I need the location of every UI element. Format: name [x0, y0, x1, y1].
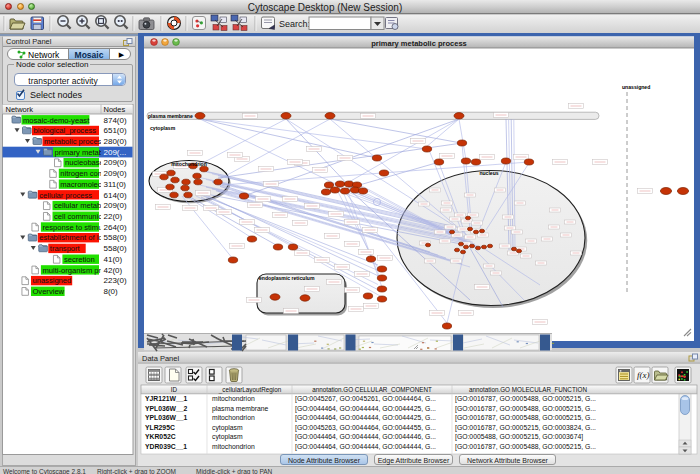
svg-text:nucleus: nucleus [479, 170, 498, 176]
svg-text:mitochondrion: mitochondrion [212, 414, 255, 421]
svg-text:[GO:0016787, GO:0005215, GO:00: [GO:0016787, GO:0005215, GO:0003824, G..… [455, 424, 596, 432]
svg-text:YDR039C__1: YDR039C__1 [145, 443, 187, 450]
svg-text:874(0): 874(0) [104, 116, 127, 125]
svg-text:response to stimul: response to stimul [42, 223, 104, 232]
svg-text:Overview: Overview [32, 287, 64, 296]
svg-text:cytoplasm: cytoplasm [212, 433, 243, 441]
svg-text:558(0): 558(0) [104, 244, 127, 253]
svg-text:plasma membrane: plasma membrane [212, 405, 269, 413]
svg-text:[GO:0016787, GO:0005488, GO:00: [GO:0016787, GO:0005488, GO:0005215, G..… [455, 443, 596, 451]
svg-text:41(0): 41(0) [104, 255, 123, 264]
svg-text:ID: ID [171, 386, 178, 393]
svg-text:311(0): 311(0) [104, 180, 127, 189]
svg-text:42(0): 42(0) [104, 266, 123, 275]
svg-text:651(0): 651(0) [104, 126, 127, 135]
svg-text:[GO:0044464, GO:0044444, GO:00: [GO:0044464, GO:0044444, GO:0044444, G..… [295, 443, 436, 451]
svg-text:YPL036W__1: YPL036W__1 [145, 414, 188, 421]
svg-text:209(...: 209(... [104, 148, 127, 157]
svg-text:280(0): 280(0) [104, 137, 127, 146]
svg-text:mosaic-demo-yeast: mosaic-demo-yeast [23, 116, 90, 125]
svg-text:cellular metabol: cellular metabol [54, 201, 107, 210]
svg-text:biological_process: biological_process [34, 126, 97, 135]
svg-text:multi-organism pro: multi-organism pro [42, 266, 105, 275]
svg-text:establishment of lo: establishment of lo [39, 233, 102, 242]
svg-text:primary metabolic process: primary metabolic process [371, 39, 466, 48]
svg-text:[GO:0016787, GO:0005488, GO:00: [GO:0016787, GO:0005488, GO:0005215, G..… [455, 405, 596, 413]
svg-text:[GO:0045263, GO:0044464, GO:00: [GO:0045263, GO:0044464, GO:0044455, G..… [295, 424, 436, 432]
svg-text:annotation.GO CELLULAR_COMPONE: annotation.GO CELLULAR_COMPONENT [312, 386, 432, 394]
svg-text:metabolic process: metabolic process [44, 137, 105, 146]
svg-text:[GO:0044464, GO:0044444, GO:00: [GO:0044464, GO:0044444, GO:0044425, G..… [295, 414, 436, 422]
svg-text:plasma membrane: plasma membrane [148, 113, 193, 119]
svg-text:[GO:0016787, GO:0005488, GO:00: [GO:0016787, GO:0005488, GO:0005215, G..… [455, 395, 596, 403]
svg-text:Search:: Search: [279, 19, 310, 29]
svg-text:transport: transport [50, 244, 81, 253]
svg-text:Network: Network [6, 105, 34, 114]
svg-text:8(0): 8(0) [104, 287, 119, 296]
svg-text:unassigned: unassigned [622, 84, 650, 90]
svg-text:[GO:0045267, GO:0045261, GO:00: [GO:0045267, GO:0045261, GO:0044464, G..… [295, 395, 436, 403]
svg-text:614(0): 614(0) [104, 191, 127, 200]
svg-text:209(0): 209(0) [104, 169, 127, 178]
svg-text:_cellularLayoutRegion: _cellularLayoutRegion [218, 386, 282, 394]
svg-text:annotation.GO MOLECULAR_FUNCTI: annotation.GO MOLECULAR_FUNCTION [469, 386, 587, 394]
svg-text:YKR052C: YKR052C [145, 433, 176, 440]
svg-text:223(0): 223(0) [104, 276, 127, 285]
svg-text:[GO:0044464, GO:0044444, GO:00: [GO:0044464, GO:0044444, GO:0044425, G..… [295, 405, 436, 413]
svg-text:YPL036W__2: YPL036W__2 [145, 405, 188, 412]
svg-text:mitochondrion: mitochondrion [212, 443, 255, 450]
svg-text:endoplasmic reticulum: endoplasmic reticulum [259, 275, 315, 281]
svg-text:Nodes: Nodes [104, 105, 126, 114]
svg-text:22(0): 22(0) [104, 212, 123, 221]
svg-text:[GO:0044464, GO:0044444, GO:00: [GO:0044464, GO:0044444, GO:0044446, G..… [295, 433, 436, 441]
svg-text:mitochondrion: mitochondrion [212, 395, 255, 402]
svg-text:f(x): f(x) [637, 370, 650, 380]
svg-text:558(0): 558(0) [104, 233, 127, 242]
svg-text:secretion: secretion [64, 255, 95, 264]
svg-text:nucleobase-: nucleobase- [65, 158, 107, 167]
svg-text:cytoplasm: cytoplasm [150, 125, 176, 131]
svg-text:primary metabo: primary metabo [55, 148, 108, 157]
svg-text:209(0): 209(0) [104, 201, 127, 210]
svg-text:[GO:0005488, GO:0005215, GO:00: [GO:0005488, GO:0005215, GO:0003674] [455, 433, 583, 441]
svg-text:YLR295C: YLR295C [145, 424, 175, 431]
svg-text:cytoplasm: cytoplasm [212, 424, 243, 432]
svg-text:unassigned: unassigned [32, 276, 71, 285]
svg-text:cellular process: cellular process [39, 191, 92, 200]
svg-text:Data Panel: Data Panel [142, 354, 179, 363]
svg-text:[GO:0016787, GO:0005488, GO:00: [GO:0016787, GO:0005488, GO:0005215, G..… [455, 414, 596, 422]
svg-text:mitochondrion: mitochondrion [171, 161, 207, 167]
svg-text:YJR121W__1: YJR121W__1 [145, 395, 188, 402]
svg-text:264(0): 264(0) [104, 223, 127, 232]
svg-text:209(0): 209(0) [104, 158, 127, 167]
